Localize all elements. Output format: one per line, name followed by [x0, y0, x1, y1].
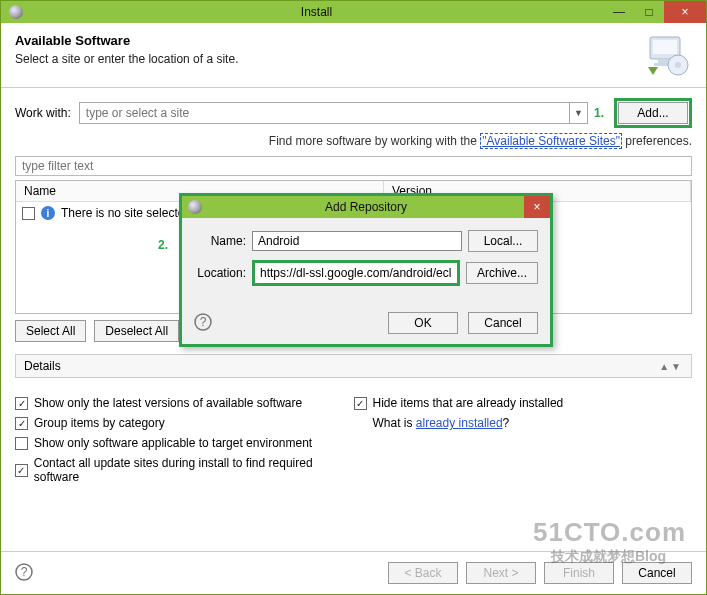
- maximize-button[interactable]: □: [634, 1, 664, 23]
- available-sites-link[interactable]: "Available Software Sites": [480, 133, 622, 149]
- help-icon[interactable]: ?: [15, 563, 33, 584]
- titlebar: Install — □ ×: [1, 1, 706, 23]
- options-checks: ✓Show only the latest versions of availa…: [15, 396, 692, 490]
- install-wizard-icon: [644, 33, 692, 77]
- location-label: Location:: [194, 266, 246, 280]
- details-label: Details: [24, 359, 61, 373]
- window-title: Install: [29, 5, 604, 19]
- minimize-button[interactable]: —: [604, 1, 634, 23]
- watermark-1: 51CTO.com: [533, 517, 686, 548]
- header-subtitle: Select a site or enter the location of a…: [15, 52, 644, 66]
- modal-cancel-button[interactable]: Cancel: [468, 312, 538, 334]
- watermark-2: 技术成就梦想Blog: [551, 548, 666, 566]
- add-button-highlight: Add...: [614, 98, 692, 128]
- add-repository-dialog: Add Repository × Name: Local... Location…: [179, 193, 553, 347]
- name-input[interactable]: [252, 231, 462, 251]
- modal-titlebar: Add Repository ×: [182, 196, 550, 218]
- chk-applicable[interactable]: [15, 437, 28, 450]
- modal-title: Add Repository: [208, 200, 524, 214]
- eclipse-icon: [188, 200, 202, 214]
- add-button[interactable]: Add...: [618, 102, 688, 124]
- back-button[interactable]: < Back: [388, 562, 458, 584]
- find-more-line: Find more software by working with the "…: [15, 134, 692, 148]
- work-with-dropdown[interactable]: ▼: [570, 102, 588, 124]
- work-with-row: Work with: ▼ 1. Add...: [15, 98, 692, 128]
- chk-contact[interactable]: ✓: [15, 464, 28, 477]
- location-input[interactable]: [255, 263, 457, 283]
- svg-point-5: [675, 62, 681, 68]
- ok-button[interactable]: OK: [388, 312, 458, 334]
- svg-text:?: ?: [21, 565, 28, 579]
- header-title: Available Software: [15, 33, 644, 48]
- work-with-input[interactable]: [79, 102, 570, 124]
- annotation-1: 1.: [594, 106, 604, 120]
- work-with-label: Work with:: [15, 106, 71, 120]
- info-icon: i: [41, 206, 55, 220]
- already-installed-line: What is already installed?: [354, 416, 693, 430]
- svg-marker-6: [648, 67, 658, 75]
- modal-close-button[interactable]: ×: [524, 196, 550, 218]
- already-installed-link[interactable]: already installed: [416, 416, 503, 430]
- details-expand-icon[interactable]: ▲▼: [659, 361, 683, 372]
- chk-hide[interactable]: ✓: [354, 397, 367, 410]
- header-band: Available Software Select a site or ente…: [1, 23, 706, 88]
- filter-input[interactable]: [15, 156, 692, 176]
- next-button[interactable]: Next >: [466, 562, 536, 584]
- chk-group[interactable]: ✓: [15, 417, 28, 430]
- local-button[interactable]: Local...: [468, 230, 538, 252]
- details-bar[interactable]: Details ▲▼: [15, 354, 692, 378]
- install-window: Install — □ × Available Software Select …: [0, 0, 707, 595]
- chk-latest[interactable]: ✓: [15, 397, 28, 410]
- row-checkbox[interactable]: [22, 207, 35, 220]
- name-label: Name:: [194, 234, 246, 248]
- modal-help-icon[interactable]: ?: [194, 313, 212, 334]
- select-all-button[interactable]: Select All: [15, 320, 86, 342]
- svg-text:?: ?: [200, 315, 207, 329]
- annotation-2: 2.: [158, 238, 168, 252]
- eclipse-icon: [9, 5, 23, 19]
- location-highlight: [252, 260, 460, 286]
- window-buttons: — □ ×: [604, 1, 706, 23]
- no-site-message: There is no site selected.: [61, 206, 194, 220]
- close-button[interactable]: ×: [664, 1, 706, 23]
- svg-rect-1: [653, 40, 677, 54]
- archive-button[interactable]: Archive...: [466, 262, 538, 284]
- deselect-all-button[interactable]: Deselect All: [94, 320, 179, 342]
